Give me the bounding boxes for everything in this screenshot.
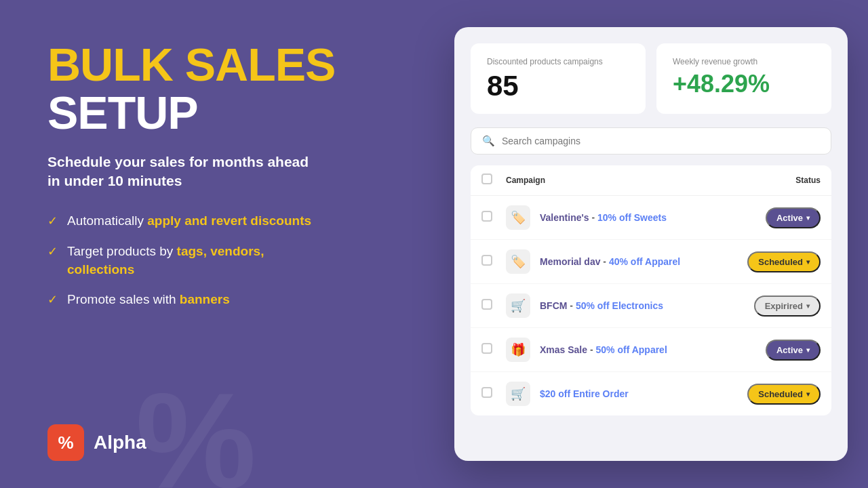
status-button-4[interactable]: Active ▾ <box>766 340 821 361</box>
campaign-table: Campaign Status 🏷️ Valentine's - 10% off… <box>471 165 831 415</box>
logo-icon: % <box>47 424 84 461</box>
row-checkbox-cell-1 <box>481 211 506 224</box>
table-row: 🏷️ Memorial dav - 40% off Apparel Schedu… <box>471 240 831 284</box>
campaign-icon-5: 🛒 <box>506 382 530 406</box>
campaign-name-5: $20 off Entire Order <box>540 388 739 399</box>
status-badge-1: Active ▾ <box>739 207 821 228</box>
status-badge-3: Expirired ▾ <box>739 296 821 317</box>
row-checkbox-5[interactable] <box>481 387 492 398</box>
campaign-name-4: Xmas Sale - 50% off Apparel <box>540 344 739 355</box>
status-badge-2: Scheduled ▾ <box>739 251 821 272</box>
stat-card-revenue: Weekly revenue growth +48.29% <box>656 43 831 114</box>
campaign-name-2: Memorial dav - 40% off Apparel <box>540 256 739 267</box>
campaign-name-1: Valentine's - 10% off Sweets <box>540 212 739 223</box>
hero-subtitle: Schedule your sales for months aheadin u… <box>47 152 400 191</box>
badge-arrow-2: ▾ <box>806 258 810 266</box>
campaign-name-3: BFCM - 50% off Electronics <box>540 300 739 311</box>
status-button-1[interactable]: Active ▾ <box>766 207 821 228</box>
badge-arrow-5: ▾ <box>806 390 810 398</box>
campaign-icon-4: 🎁 <box>506 338 530 362</box>
dashboard-card: Discounted products campaigns 85 Weekly … <box>454 27 848 461</box>
search-input[interactable] <box>502 136 820 146</box>
campaign-icon-1: 🏷️ <box>506 205 530 230</box>
feature-item-1: ✓ Automatically apply and revert discoun… <box>47 212 400 230</box>
feature-text-2: Target products by tags, vendors,collect… <box>67 243 264 279</box>
hero-title-yellow: BULK SALES <box>47 39 335 90</box>
row-checkbox-3[interactable] <box>481 299 492 310</box>
search-bar[interactable]: 🔍 <box>471 127 831 155</box>
feature-item-3: ✓ Promote sales with banners <box>47 291 400 309</box>
table-row: 🛒 BFCM - 50% off Electronics Expirired ▾ <box>471 284 831 328</box>
column-header-campaign: Campaign <box>506 176 732 185</box>
status-button-3[interactable]: Expirired ▾ <box>754 296 821 317</box>
badge-arrow-1: ▾ <box>806 214 810 222</box>
stat-label-campaigns: Discounted products campaigns <box>487 57 629 66</box>
check-icon-1: ✓ <box>47 214 58 228</box>
row-checkbox-cell-5 <box>481 387 506 401</box>
status-badge-4: Active ▾ <box>739 340 821 361</box>
stat-label-revenue: Weekly revenue growth <box>673 57 815 66</box>
row-checkbox-2[interactable] <box>481 255 492 266</box>
row-checkbox-cell-4 <box>481 343 506 357</box>
hero-title-white: SETUP <box>47 87 198 138</box>
status-badge-5: Scheduled ▾ <box>739 384 821 405</box>
status-button-5[interactable]: Scheduled ▾ <box>747 384 821 405</box>
left-panel: BULK SALES SETUP Schedule your sales for… <box>0 0 441 488</box>
stat-card-campaigns: Discounted products campaigns 85 <box>471 43 646 114</box>
feature-text-1: Automatically apply and revert discounts <box>67 212 311 230</box>
features-list: ✓ Automatically apply and revert discoun… <box>47 212 400 308</box>
row-checkbox-4[interactable] <box>481 343 492 354</box>
row-checkbox-1[interactable] <box>481 211 492 222</box>
table-row: 🛒 $20 off Entire Order Scheduled ▾ <box>471 372 831 415</box>
header-checkbox-cell <box>481 174 506 187</box>
row-checkbox-cell-3 <box>481 299 506 312</box>
check-icon-3: ✓ <box>47 292 58 307</box>
column-header-status: Status <box>732 176 821 185</box>
search-icon: 🔍 <box>482 135 495 147</box>
hero-title: BULK SALES SETUP <box>47 41 400 138</box>
logo-text: Alpha <box>94 432 146 453</box>
table-row: 🏷️ Valentine's - 10% off Sweets Active ▾ <box>471 196 831 240</box>
feature-text-3: Promote sales with banners <box>67 291 230 309</box>
table-row: 🎁 Xmas Sale - 50% off Apparel Active ▾ <box>471 328 831 372</box>
logo-area: % Alpha <box>47 424 400 461</box>
badge-arrow-3: ▾ <box>806 302 810 310</box>
row-checkbox-cell-2 <box>481 255 506 268</box>
check-icon-2: ✓ <box>47 244 58 259</box>
stats-row: Discounted products campaigns 85 Weekly … <box>471 43 831 114</box>
campaign-icon-2: 🏷️ <box>506 249 530 274</box>
badge-arrow-4: ▾ <box>806 346 810 354</box>
campaign-icon-3: 🛒 <box>506 293 530 318</box>
right-panel: Discounted products campaigns 85 Weekly … <box>441 0 868 488</box>
status-button-2[interactable]: Scheduled ▾ <box>747 251 821 272</box>
table-header: Campaign Status <box>471 165 831 196</box>
stat-value-campaigns: 85 <box>487 72 629 100</box>
stat-value-revenue: +48.29% <box>673 72 815 96</box>
feature-item-2: ✓ Target products by tags, vendors,colle… <box>47 243 400 279</box>
select-all-checkbox[interactable] <box>481 174 492 184</box>
